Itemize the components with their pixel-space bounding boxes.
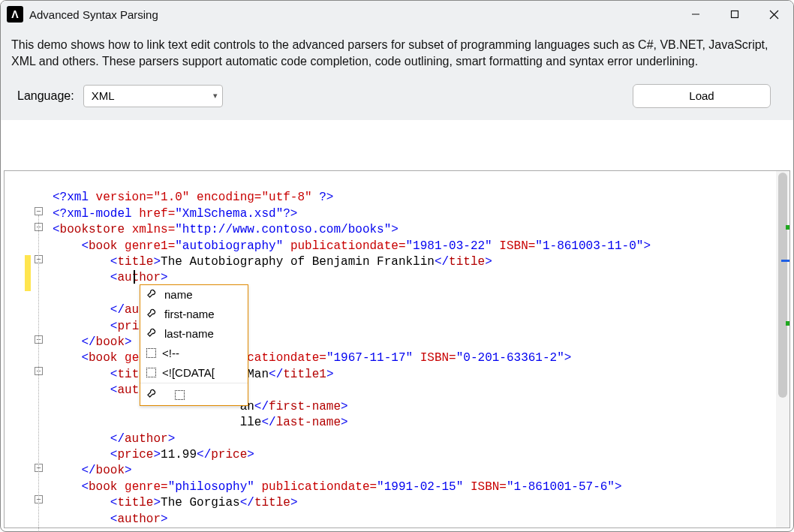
code-editor[interactable]: − − − − − − − <?xml version="1.0" encodi… xyxy=(4,170,790,528)
snippet-box-icon xyxy=(146,368,156,377)
vertical-scrollbar[interactable] xyxy=(776,171,789,527)
language-dropdown[interactable]: XML ▾ xyxy=(83,85,223,107)
autocomplete-item-label: <!-- xyxy=(162,345,179,361)
change-marker xyxy=(25,255,31,291)
autocomplete-item-label: last-name xyxy=(164,326,214,341)
autocomplete-item-label: <![CDATA[ xyxy=(162,365,215,380)
maximize-button[interactable] xyxy=(715,1,754,28)
minimize-button[interactable] xyxy=(676,1,715,28)
title-bar: Λ Advanced Syntax Parsing xyxy=(1,1,793,28)
snippet-box-icon xyxy=(146,348,156,358)
scroll-marker xyxy=(786,225,789,230)
text-caret xyxy=(134,270,135,284)
autocomplete-item[interactable]: first-name xyxy=(140,305,248,324)
window-controls xyxy=(676,1,793,28)
wrench-icon xyxy=(146,386,158,402)
close-icon xyxy=(769,10,779,20)
description-text: This demo shows how to link text edit co… xyxy=(1,28,793,84)
autocomplete-item[interactable]: last-name xyxy=(140,324,248,344)
window-title: Advanced Syntax Parsing xyxy=(29,8,158,21)
toolbar: Language: XML ▾ Load xyxy=(1,84,793,120)
autocomplete-item[interactable] xyxy=(140,383,248,405)
svg-rect-1 xyxy=(732,11,738,18)
language-label: Language: xyxy=(17,89,74,103)
wrench-icon xyxy=(146,326,158,341)
scroll-marker xyxy=(781,260,789,262)
editor-gutter[interactable]: − − − − − − − xyxy=(5,171,48,527)
maximize-icon xyxy=(730,10,739,19)
autocomplete-item-label: name xyxy=(164,287,193,302)
wrench-icon xyxy=(146,306,158,322)
code-text[interactable]: <?xml version="1.0" encoding="utf-8" ?> … xyxy=(48,171,776,527)
load-button-label: Load xyxy=(689,89,714,102)
app-icon: Λ xyxy=(7,6,23,23)
autocomplete-item[interactable]: name xyxy=(140,285,248,305)
fold-line xyxy=(38,215,39,530)
language-value: XML xyxy=(92,89,115,102)
snippet-box-icon xyxy=(175,390,185,400)
fold-toggle[interactable]: − xyxy=(35,207,43,215)
scroll-thumb[interactable] xyxy=(778,173,787,398)
chevron-down-icon: ▾ xyxy=(213,91,218,101)
autocomplete-popup[interactable]: namefirst-namelast-name<!--<![CDATA[ xyxy=(140,284,248,406)
close-button[interactable] xyxy=(754,1,793,28)
load-button[interactable]: Load xyxy=(633,84,771,108)
autocomplete-item[interactable]: <!-- xyxy=(140,344,248,363)
minimize-icon xyxy=(691,10,700,19)
wrench-icon xyxy=(146,287,158,302)
autocomplete-item-label: first-name xyxy=(164,306,215,322)
autocomplete-item[interactable]: <![CDATA[ xyxy=(140,363,248,383)
scroll-marker xyxy=(786,321,789,326)
